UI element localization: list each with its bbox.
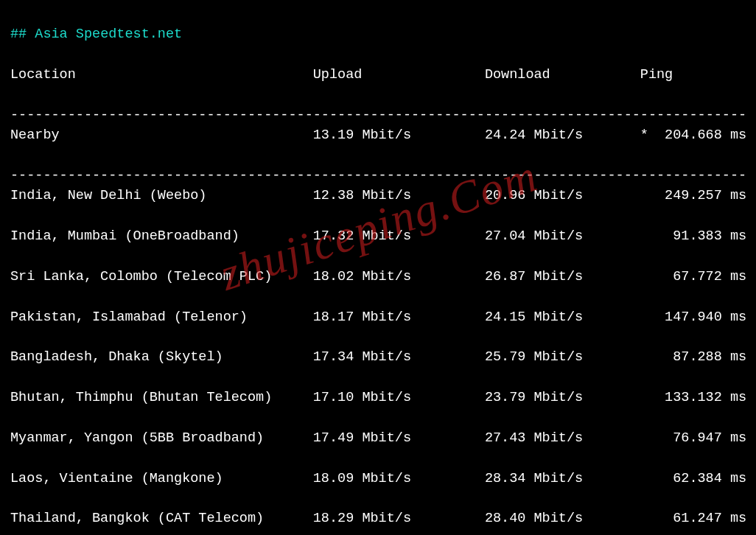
header-ping: Ping	[640, 65, 673, 85]
ping-unit: ms	[730, 310, 746, 325]
row-ping: 249.257 ms	[640, 186, 746, 206]
row-download: 24.15 Mbit/s	[485, 307, 640, 327]
row-upload: 12.38 Mbit/s	[313, 186, 485, 206]
ping-unit: ms	[730, 349, 746, 365]
row-location: Laos, Vientaine (Mangkone)	[10, 469, 313, 489]
speed-unit: Mbit/s	[362, 511, 411, 526]
row-upload: 17.34 Mbit/s	[313, 347, 485, 367]
nearby-download-value: 24.24	[485, 125, 526, 145]
table-row: Bangladesh, Dhaka (Skytel)17.34 Mbit/s25…	[10, 347, 746, 367]
row-download-value: 25.79	[485, 347, 526, 367]
table-row: Bhutan, Thimphu (Bhutan Telecom)17.10 Mb…	[10, 388, 746, 408]
row-upload: 18.17 Mbit/s	[313, 307, 485, 327]
rows-container: India, New Delhi (Weebo)12.38 Mbit/s20.9…	[10, 186, 746, 535]
row-download: 27.04 Mbit/s	[485, 226, 640, 246]
row-ping-value: 76.947	[648, 428, 722, 448]
row-upload: 18.09 Mbit/s	[313, 469, 485, 489]
row-location: India, Mumbai (OneBroadband)	[10, 226, 313, 246]
row-upload: 17.10 Mbit/s	[313, 388, 485, 408]
row-location: Thailand, Bangkok (CAT Telecom)	[10, 508, 313, 528]
speed-unit: Mbit/s	[362, 188, 411, 203]
speed-unit: Mbit/s	[534, 471, 584, 486]
row-download: 26.87 Mbit/s	[485, 267, 640, 287]
table-row: India, Mumbai (OneBroadband)17.32 Mbit/s…	[10, 226, 746, 246]
table-row: India, New Delhi (Weebo)12.38 Mbit/s20.9…	[10, 186, 746, 206]
table-row: Thailand, Bangkok (CAT Telecom)18.29 Mbi…	[10, 508, 746, 528]
row-download-value: 26.87	[485, 267, 526, 287]
row-ping-value: 133.132	[648, 388, 722, 408]
table-row: Laos, Vientaine (Mangkone)18.09 Mbit/s28…	[10, 469, 746, 489]
nearby-download: 24.24 Mbit/s	[485, 125, 640, 145]
row-upload-value: 18.29	[313, 508, 354, 528]
row-ping: 87.288 ms	[640, 347, 746, 367]
row-ping-value: 62.384	[648, 469, 722, 489]
ping-unit: ms	[730, 127, 746, 143]
speed-unit: Mbit/s	[534, 269, 584, 284]
row-location: Pakistan, Islamabad (Telenor)	[10, 307, 313, 327]
row-download-value: 27.04	[485, 226, 526, 246]
row-download-value: 24.15	[485, 307, 526, 327]
row-download-value: 28.40	[485, 508, 526, 528]
nearby-ping: *204.668 ms	[640, 125, 746, 145]
ping-unit: ms	[730, 430, 746, 446]
row-upload: 18.29 Mbit/s	[313, 508, 485, 528]
divider: ----------------------------------------…	[10, 168, 746, 183]
row-download-value: 28.34	[485, 469, 526, 489]
row-location: Sri Lanka, Colombo (Telecom PLC)	[10, 267, 313, 287]
ping-unit: ms	[730, 511, 746, 526]
row-upload-value: 17.49	[313, 428, 354, 448]
row-ping: 76.947 ms	[640, 428, 746, 448]
nearby-ping-value: 204.668	[648, 125, 722, 145]
section-title: ## Asia Speedtest.net	[10, 27, 182, 42]
row-ping-value: 87.288	[648, 347, 722, 367]
row-upload-value: 12.38	[313, 186, 354, 206]
ping-unit: ms	[730, 228, 746, 244]
speed-unit: Mbit/s	[534, 430, 584, 446]
row-download: 27.43 Mbit/s	[485, 428, 640, 448]
row-ping: 67.772 ms	[640, 267, 746, 287]
speed-unit: Mbit/s	[362, 430, 411, 446]
speed-unit: Mbit/s	[534, 228, 584, 244]
row-upload: 18.02 Mbit/s	[313, 267, 485, 287]
speed-unit: Mbit/s	[534, 310, 584, 325]
row-location: Bangladesh, Dhaka (Skytel)	[10, 347, 313, 367]
speed-unit: Mbit/s	[362, 228, 411, 244]
table-row: Sri Lanka, Colombo (Telecom PLC)18.02 Mb…	[10, 267, 746, 287]
nearby-upload: 13.19 Mbit/s	[313, 125, 485, 145]
nearby-row: Nearby13.19 Mbit/s24.24 Mbit/s*204.668 m…	[10, 125, 746, 145]
speed-unit: Mbit/s	[534, 511, 584, 526]
ping-unit: ms	[730, 471, 746, 486]
row-download-value: 23.79	[485, 388, 526, 408]
row-ping: 62.384 ms	[640, 469, 746, 489]
row-download: 20.96 Mbit/s	[485, 186, 640, 206]
speed-unit: Mbit/s	[362, 471, 411, 486]
speed-unit: Mbit/s	[362, 349, 411, 365]
speed-unit: Mbit/s	[362, 127, 411, 143]
row-download-value: 27.43	[485, 428, 526, 448]
row-ping-value: 61.247	[648, 508, 722, 528]
nearby-label: Nearby	[10, 125, 313, 145]
speed-unit: Mbit/s	[362, 310, 411, 325]
row-ping-value: 91.383	[648, 226, 722, 246]
terminal-output: ## Asia Speedtest.net LocationUploadDown…	[0, 0, 756, 535]
speed-unit: Mbit/s	[534, 349, 584, 365]
row-download-value: 20.96	[485, 186, 526, 206]
title-prefix: ##	[10, 27, 35, 42]
speed-unit: Mbit/s	[534, 188, 584, 203]
row-location: India, New Delhi (Weebo)	[10, 186, 313, 206]
table-row: Pakistan, Islamabad (Telenor)18.17 Mbit/…	[10, 307, 746, 327]
nearby-upload-value: 13.19	[313, 125, 354, 145]
row-download: 25.79 Mbit/s	[485, 347, 640, 367]
row-upload-value: 17.32	[313, 226, 354, 246]
row-upload: 17.32 Mbit/s	[313, 226, 485, 246]
row-download: 23.79 Mbit/s	[485, 388, 640, 408]
header-row: LocationUploadDownloadPing	[10, 65, 746, 85]
row-ping: 133.132 ms	[640, 388, 746, 408]
speed-unit: Mbit/s	[534, 390, 584, 405]
row-ping: 61.247 ms	[640, 508, 746, 528]
row-location: Myanmar, Yangon (5BB Broadband)	[10, 428, 313, 448]
speed-unit: Mbit/s	[362, 269, 411, 284]
row-upload: 17.49 Mbit/s	[313, 428, 485, 448]
row-location: Bhutan, Thimphu (Bhutan Telecom)	[10, 388, 313, 408]
row-upload-value: 18.17	[313, 307, 354, 327]
